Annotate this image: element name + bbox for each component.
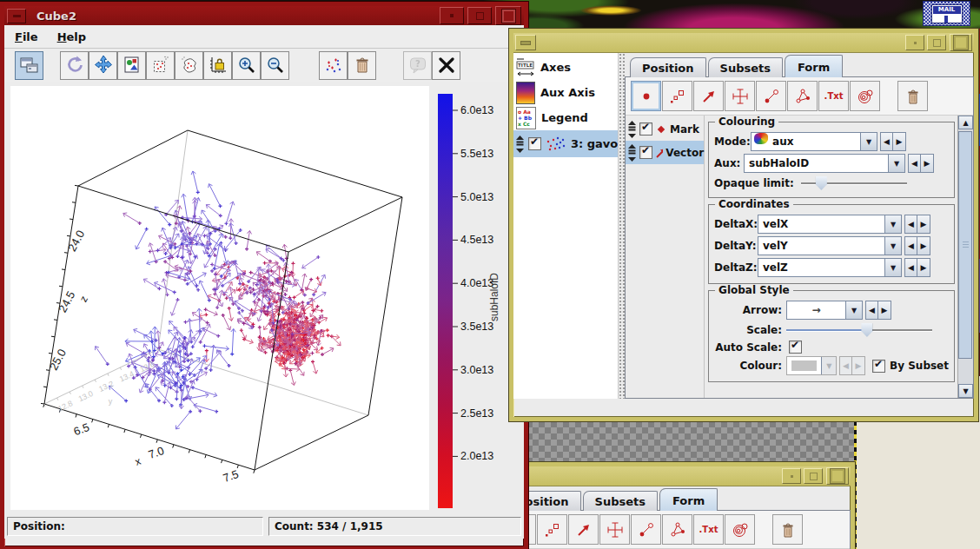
link2-form-button[interactable] bbox=[631, 514, 661, 545]
deltay-spinner[interactable]: ◀▶ bbox=[904, 236, 930, 255]
dropdown-arrow[interactable] bbox=[884, 237, 901, 255]
auto-scale-checkbox[interactable] bbox=[789, 341, 802, 354]
delete-form-button[interactable] bbox=[772, 514, 803, 545]
form-item-mark[interactable]: Mark bbox=[626, 117, 704, 141]
mark-enabled-checkbox[interactable] bbox=[639, 122, 652, 136]
help-button[interactable]: ? bbox=[403, 51, 432, 80]
contour-form-button[interactable] bbox=[850, 81, 880, 111]
split-window-button[interactable] bbox=[15, 51, 43, 80]
tab-form[interactable]: Form bbox=[785, 55, 843, 77]
zoom-in-button[interactable] bbox=[232, 51, 261, 80]
tab-position[interactable]: Position bbox=[630, 57, 706, 77]
menu-help[interactable]: Help bbox=[57, 30, 86, 43]
scroll-up-button[interactable]: ▲ bbox=[958, 116, 973, 129]
svg-text:3.0e13: 3.0e13 bbox=[460, 364, 493, 376]
vector-form-button[interactable] bbox=[568, 514, 599, 545]
colour-swatch bbox=[791, 360, 817, 371]
aux-spinner[interactable]: ◀▶ bbox=[908, 154, 934, 173]
window-menu-button[interactable] bbox=[515, 35, 536, 50]
desktop: { "desktop": { "mail_label": "MAIL" }, "… bbox=[0, 0, 980, 549]
menu-file[interactable]: File bbox=[15, 30, 38, 43]
form-dialog-window: TITLE Axes Aux Axis o Aa + Bb x Cc Legen… bbox=[509, 29, 978, 421]
colour-combo[interactable] bbox=[786, 356, 837, 375]
label-form-button[interactable]: .Txt bbox=[818, 81, 849, 111]
mode-combo[interactable]: aux bbox=[751, 132, 877, 151]
vector-form-button[interactable] bbox=[693, 81, 724, 111]
contour-form-button[interactable] bbox=[725, 514, 755, 545]
iconify-button[interactable] bbox=[782, 468, 801, 484]
nav-item-aux-axis[interactable]: Aux Axis bbox=[513, 80, 618, 105]
export-image-button[interactable] bbox=[117, 51, 146, 80]
svg-text:3.5e13: 3.5e13 bbox=[460, 321, 493, 333]
split-handle[interactable] bbox=[619, 53, 625, 399]
vector-enabled-checkbox[interactable] bbox=[639, 146, 652, 159]
pan-button[interactable] bbox=[89, 51, 117, 80]
mail-icon[interactable]: MAIL bbox=[923, 1, 970, 26]
replot-button[interactable] bbox=[60, 51, 89, 80]
deltay-combo[interactable]: velY bbox=[758, 236, 902, 255]
cube-plot[interactable]: 24.024.525.0z6.57.07.5x12.813.013.213.41… bbox=[5, 83, 514, 513]
dropdown-arrow[interactable] bbox=[821, 357, 836, 374]
scroll-down-button[interactable]: ▼ bbox=[958, 384, 973, 398]
nav-item-axes[interactable]: TITLE Axes bbox=[513, 55, 618, 80]
scatter-layer-button[interactable] bbox=[319, 51, 348, 80]
dropdown-arrow[interactable] bbox=[884, 259, 901, 276]
window-menu-button[interactable] bbox=[7, 9, 26, 23]
form-icon-row: .Txt bbox=[626, 77, 973, 116]
blob-subset-button[interactable] bbox=[175, 51, 203, 80]
deltax-combo[interactable]: velX bbox=[758, 215, 902, 234]
close-button[interactable] bbox=[432, 51, 460, 80]
restore-button[interactable] bbox=[804, 468, 823, 484]
maximize-button[interactable] bbox=[950, 34, 972, 51]
poly-form-button[interactable] bbox=[787, 81, 818, 111]
delete-layer-button[interactable] bbox=[348, 51, 376, 80]
scale-slider[interactable] bbox=[786, 322, 932, 338]
deltaz-combo[interactable]: velZ bbox=[758, 258, 902, 277]
cube2-titlebar[interactable]: Cube2 bbox=[4, 6, 524, 25]
deltax-spinner[interactable]: ◀▶ bbox=[904, 215, 930, 234]
iconify-button[interactable] bbox=[905, 35, 924, 50]
dropdown-arrow[interactable] bbox=[884, 215, 901, 233]
xyerror-form-button[interactable] bbox=[599, 514, 630, 545]
zoom-out-button[interactable] bbox=[261, 51, 289, 80]
scrollbar-thumb[interactable] bbox=[958, 131, 972, 359]
nav-item-legend[interactable]: o Aa + Bb x Cc Legend bbox=[513, 105, 618, 130]
deltaz-spinner[interactable]: ◀▶ bbox=[904, 258, 930, 277]
form-item-vector[interactable]: Vector bbox=[626, 141, 704, 164]
lock-axes-button[interactable] bbox=[203, 51, 232, 80]
aux-combo[interactable]: subHaloID bbox=[744, 154, 905, 173]
config-scrollbar[interactable]: ▲ ▼ bbox=[957, 116, 973, 398]
bottom-window-titlebar[interactable] bbox=[500, 466, 851, 486]
dropdown-arrow[interactable] bbox=[860, 133, 877, 150]
layer-visible-checkbox[interactable] bbox=[528, 137, 541, 150]
plot-pane[interactable]: 24.024.525.0z6.57.07.5x12.813.013.213.41… bbox=[4, 82, 524, 514]
delete-form-button[interactable] bbox=[897, 81, 928, 111]
xyerror-form-button[interactable] bbox=[725, 81, 755, 111]
zoom-region-button[interactable] bbox=[146, 51, 175, 80]
dialog-titlebar[interactable] bbox=[513, 33, 974, 53]
iconify-button[interactable] bbox=[440, 7, 464, 24]
by-subset-checkbox[interactable] bbox=[872, 360, 885, 373]
restore-button[interactable] bbox=[927, 35, 946, 50]
maximize-button[interactable] bbox=[826, 467, 849, 485]
tab-form[interactable]: Form bbox=[659, 488, 718, 511]
opaque-limit-slider[interactable] bbox=[801, 175, 907, 191]
cube2-window: Cube2 File Help ? bbox=[0, 2, 528, 549]
arrow-style-combo[interactable]: → bbox=[786, 301, 863, 320]
colour-spinner[interactable]: ◀▶ bbox=[839, 356, 865, 375]
link2-form-button[interactable] bbox=[756, 81, 786, 111]
restore-button[interactable] bbox=[467, 7, 492, 24]
dropdown-arrow[interactable] bbox=[845, 301, 862, 319]
label-form-button[interactable]: .Txt bbox=[693, 514, 724, 545]
mark-form-button[interactable] bbox=[631, 81, 661, 111]
arrow-spinner[interactable]: ◀▶ bbox=[865, 301, 891, 320]
tab-subsets[interactable]: Subsets bbox=[708, 57, 783, 77]
tab-subsets[interactable]: Subsets bbox=[583, 491, 658, 511]
poly-form-button[interactable] bbox=[662, 514, 692, 545]
size-form-button[interactable] bbox=[537, 514, 567, 545]
dropdown-arrow[interactable] bbox=[888, 155, 904, 172]
mode-spinner[interactable]: ◀▶ bbox=[880, 132, 906, 151]
layer-item-selected[interactable]: 3: gavo bbox=[513, 130, 618, 157]
maximize-button[interactable] bbox=[495, 6, 521, 25]
size-form-button[interactable] bbox=[662, 81, 692, 111]
